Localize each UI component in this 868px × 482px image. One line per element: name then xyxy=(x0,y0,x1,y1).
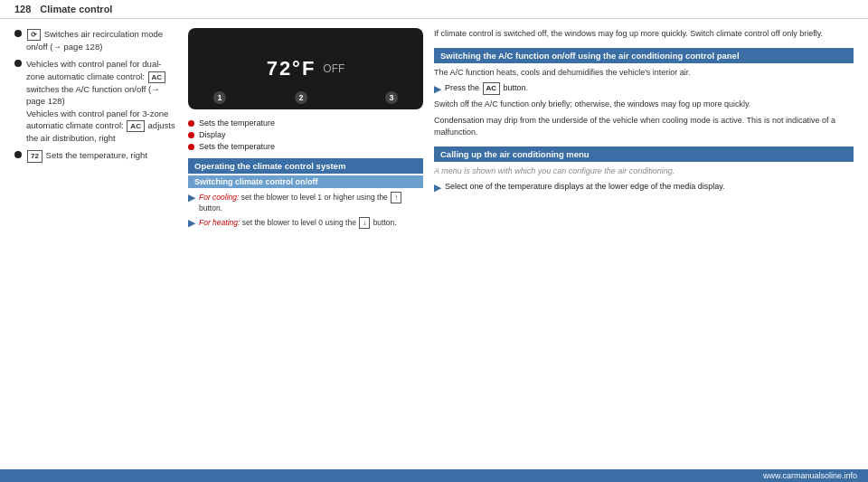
btn-blower-down: ↓ xyxy=(359,217,370,229)
ac-panel-instruction: Press the AC button. xyxy=(445,82,528,95)
legend-items: Sets the temperature Display Sets the te… xyxy=(188,118,423,151)
legend-dot-1 xyxy=(188,120,194,127)
page-header: 128 Climate control xyxy=(0,0,868,19)
page-number: 128 xyxy=(14,4,31,14)
legend-item-2: Display xyxy=(188,130,423,139)
legend-dot-2 xyxy=(188,132,194,138)
legend-dot-3 xyxy=(188,144,194,150)
ac-panel-arrow: ▶ xyxy=(434,82,441,96)
ac-panel-text: The A/C function heats, cools and dehumi… xyxy=(434,67,854,80)
calling-instruction: Select one of the temperature displays a… xyxy=(445,181,725,194)
website-bar: www.carmanualsoline.info xyxy=(0,469,868,482)
ac-panel-section: Switching the A/C function on/off using … xyxy=(434,48,854,139)
bullet-text-3: 72 Sets the temperature, right xyxy=(26,149,147,162)
ac-panel-instruction-row: ▶ Press the AC button. xyxy=(434,82,854,96)
bullet-item-2: Vehicles with control panel for dual-zon… xyxy=(14,58,177,144)
calling-header: Calling up the air conditioning menu xyxy=(434,146,854,162)
website-text: www.carmanualsoline.info xyxy=(763,471,857,480)
bullet-dot-2 xyxy=(14,60,22,67)
highlight-2: For heating: xyxy=(199,218,240,227)
instr-text-1: For cooling: set the blower to level 1 o… xyxy=(199,192,423,214)
right-column: If climate control is switched off, the … xyxy=(434,28,854,468)
calling-arrow: ▶ xyxy=(434,181,441,194)
legend-label-3: Sets the temperature xyxy=(199,142,275,151)
ac-panel-header: Switching the A/C function on/off using … xyxy=(434,48,854,63)
operating-header: Operating the climate control system xyxy=(188,158,423,174)
instr-text-2: For heating: set the blower to level 0 u… xyxy=(199,217,397,229)
btn-icon-2a: AC xyxy=(148,71,166,83)
bullet-text-1: ⟳ Switches air recirculation mode on/off… xyxy=(26,28,177,52)
legend-item-3: Sets the temperature xyxy=(188,142,423,151)
page-title: Climate control xyxy=(40,4,112,14)
bullet-dot-1 xyxy=(14,30,22,37)
ac-number-1: 1 xyxy=(213,91,226,104)
arrow-2: ▶ xyxy=(188,217,195,230)
bullet-item-1: ⟳ Switches air recirculation mode on/off… xyxy=(14,28,177,52)
bullet-text-2: Vehicles with control panel for dual-zon… xyxy=(26,58,177,144)
btn-ac-panel: AC xyxy=(483,82,501,95)
instruction-row-2: ▶ For heating: set the blower to level 0… xyxy=(188,217,423,230)
intro-section: If climate control is switched off, the … xyxy=(434,28,854,41)
btn-blower-up: ↑ xyxy=(391,192,401,203)
ac-temperature: 72°F xyxy=(267,57,316,80)
ac-number-2: 2 xyxy=(295,91,307,104)
btn-icon-1: ⟳ xyxy=(27,29,41,41)
legend-label-1: Sets the temperature xyxy=(199,118,275,128)
ac-display-inner: 72°F OFF xyxy=(203,57,409,80)
btn-icon-2b: AC xyxy=(127,120,145,132)
middle-column: 72°F OFF 1 2 3 Sets the temperature Disp… xyxy=(188,28,423,468)
legend-label-2: Display xyxy=(199,130,226,139)
ac-status: OFF xyxy=(323,62,344,75)
left-column: ⟳ Switches air recirculation mode on/off… xyxy=(14,28,177,468)
instructions-block: ▶ For cooling: set the blower to level 1… xyxy=(188,192,423,230)
btn-icon-3: 72 xyxy=(27,150,42,162)
calling-instruction-row: ▶ Select one of the temperature displays… xyxy=(434,181,854,194)
main-content: ⟳ Switches air recirculation mode on/off… xyxy=(0,19,868,476)
ac-number-3: 3 xyxy=(385,91,398,104)
calling-intro: A menu is shown with which you can confi… xyxy=(434,165,854,178)
ac-display: 72°F OFF 1 2 3 xyxy=(188,28,423,109)
bullet-dot-3 xyxy=(14,151,22,158)
intro-text: If climate control is switched off, the … xyxy=(434,28,854,41)
highlight-1: For cooling: xyxy=(199,193,239,202)
legend-item-1: Sets the temperature xyxy=(188,118,423,128)
switching-header: Switching climate control on/off xyxy=(188,175,423,188)
calling-section: Calling up the air conditioning menu A m… xyxy=(434,146,854,195)
instruction-row-1: ▶ For cooling: set the blower to level 1… xyxy=(188,192,423,214)
arrow-1: ▶ xyxy=(188,192,195,204)
ac-panel-note2: Condensation may drip from the underside… xyxy=(434,115,854,139)
bullet-item-3: 72 Sets the temperature, right xyxy=(14,149,177,162)
ac-panel-note: Switch off the A/C function only briefly… xyxy=(434,99,854,111)
